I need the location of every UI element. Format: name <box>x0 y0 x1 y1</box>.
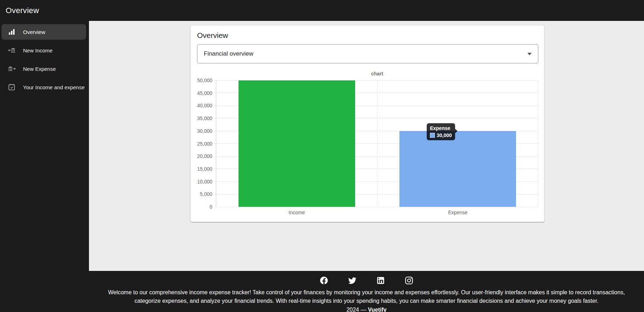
y-axis-tick: 30,000 <box>197 128 212 134</box>
tooltip-value: 30,000 <box>437 132 452 138</box>
bank-arrow-out-icon <box>7 64 16 73</box>
sidebar-item-new-income[interactable]: New Income <box>1 42 86 58</box>
financial-overview-select[interactable]: Financial overview <box>197 44 538 63</box>
twitter-icon[interactable] <box>348 276 357 285</box>
footer-brand: Vuetify <box>368 307 387 312</box>
bar-expense[interactable] <box>399 131 516 207</box>
tooltip-title: Expense <box>430 125 452 131</box>
y-axis-tick: 15,000 <box>197 166 212 172</box>
x-axis-label: Income <box>289 210 305 215</box>
chart-tooltip: Expense 30,000 <box>427 123 455 140</box>
tooltip-caret <box>455 129 458 133</box>
sidebar-item-label: New Expense <box>23 66 56 72</box>
chart-title: chart <box>216 71 538 76</box>
footer: Welcome to our comprehensive income expe… <box>89 271 644 312</box>
x-axis-label: Expense <box>448 210 467 215</box>
footer-year: 2024 <box>346 307 359 312</box>
linkedin-icon[interactable] <box>376 276 385 285</box>
y-axis-tick: 25,000 <box>197 141 212 147</box>
instagram-icon[interactable] <box>404 276 414 285</box>
main-content: Overview Financial overview chart Expens… <box>89 21 644 271</box>
y-axis-tick: 10,000 <box>197 179 212 185</box>
bar-income[interactable] <box>239 80 355 207</box>
bank-arrow-in-icon <box>7 46 16 55</box>
chevron-down-icon <box>527 53 532 55</box>
y-axis-tick: 5,000 <box>200 191 212 197</box>
select-value: Financial overview <box>204 50 527 57</box>
y-axis-tick: 35,000 <box>197 115 212 121</box>
y-axis-tick: 50,000 <box>197 78 212 83</box>
y-axis-tick: 40,000 <box>197 103 212 108</box>
card-title: Overview <box>197 31 228 40</box>
calendar-check-icon <box>7 83 16 91</box>
bar-chart-icon <box>7 28 16 36</box>
overview-card: Overview Financial overview chart Expens… <box>190 25 544 222</box>
y-axis-tick: 0 <box>209 204 212 210</box>
sidebar-item-overview[interactable]: Overview <box>1 24 86 40</box>
page-title: Overview <box>6 6 39 15</box>
chart-plot: Expense 30,000 05,00010,00015,00020,0002… <box>216 80 538 207</box>
sidebar-item-your-income-and-expense[interactable]: Your Income and expense <box>1 79 86 95</box>
tooltip-swatch <box>430 133 435 138</box>
footer-description: Welcome to our comprehensive income expe… <box>95 288 638 305</box>
app-header: Overview <box>0 0 644 21</box>
y-axis-tick: 20,000 <box>197 153 212 159</box>
gridline <box>377 80 377 207</box>
sidebar-item-label: Your Income and expense <box>23 84 85 90</box>
footer-separator: — <box>360 307 366 312</box>
gridline <box>538 80 538 207</box>
y-axis-tick: 45,000 <box>197 90 212 96</box>
sidebar: Overview New Income New Expense You <box>0 21 89 312</box>
sidebar-item-label: Overview <box>23 29 45 35</box>
social-row <box>89 271 644 285</box>
facebook-icon[interactable] <box>319 276 329 285</box>
sidebar-item-label: New Income <box>23 47 52 53</box>
sidebar-item-new-expense[interactable]: New Expense <box>1 61 86 76</box>
footer-copyright: 2024 — Vuetify <box>89 306 644 312</box>
